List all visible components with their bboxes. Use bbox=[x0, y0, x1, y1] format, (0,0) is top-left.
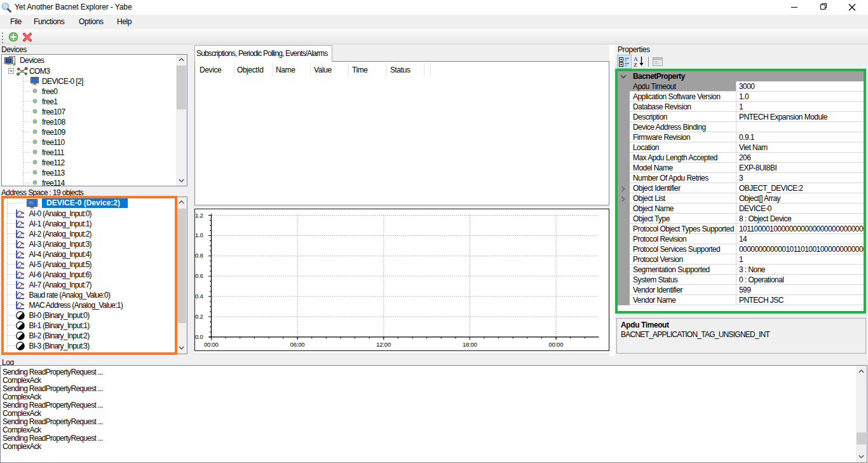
svg-text:Z: Z bbox=[634, 62, 637, 67]
